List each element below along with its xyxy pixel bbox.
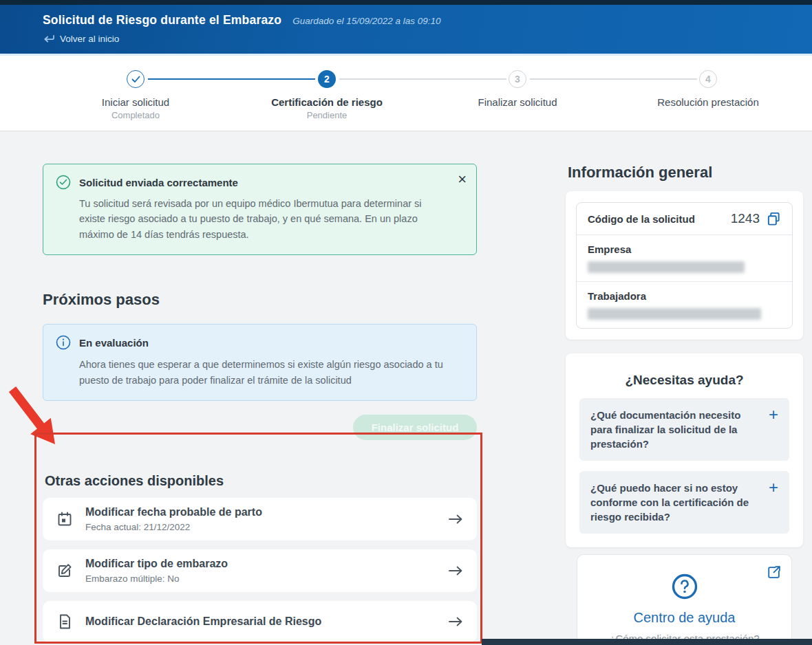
need-help-card: ¿Necesitas ayuda? ¿Qué documentación nec… <box>566 353 803 547</box>
step-resolucion-prestacion: 4 Resolución prestación <box>626 70 791 108</box>
action-subtitle: Fecha actual: 21/12/2022 <box>85 522 440 532</box>
progress-stepper: Iniciar solicitud Completado 2 Certifica… <box>0 56 812 131</box>
step-circle-completed <box>127 70 145 88</box>
back-link-label: Volver al inicio <box>60 34 119 44</box>
step-circle-active: 2 <box>318 70 336 88</box>
question-mark-icon <box>671 573 698 600</box>
page-title: Solicitud de Riesgo durante el Embarazo <box>43 13 281 28</box>
sidebar: Información general Código de la solicit… <box>566 131 803 645</box>
request-code-label: Código de la solicitud <box>588 213 731 225</box>
back-to-home-link[interactable]: Volver al inicio <box>43 34 119 44</box>
calendar-icon <box>56 511 73 527</box>
action-subtitle: Embarazo múltiple: No <box>85 573 440 584</box>
general-info-card: Código de la solicitud 1243 Empresa <box>566 191 803 340</box>
arrow-right-icon[interactable] <box>448 565 463 576</box>
main-column: Solicitud enviada correctamente × Tu sol… <box>43 131 477 645</box>
step-label: Resolución prestación <box>626 96 791 108</box>
check-icon <box>131 76 140 83</box>
step-label: Certificación de riesgo <box>244 96 409 108</box>
circle-check-icon <box>56 175 71 190</box>
need-help-heading: ¿Necesitas ayuda? <box>579 373 789 388</box>
app-header: Solicitud de Riesgo durante el Embarazo … <box>0 5 812 56</box>
general-info-heading: Información general <box>566 164 803 182</box>
plus-icon[interactable]: + <box>769 481 778 494</box>
document-icon <box>56 613 73 630</box>
action-title: Modificar tipo de embarazo <box>85 558 440 570</box>
return-arrow-icon <box>43 34 55 44</box>
faq-question: ¿Qué puedo hacer si no estoy conforme co… <box>590 481 762 524</box>
application-page: Solicitud de Riesgo durante el Embarazo … <box>0 0 812 645</box>
step-status: Pendiente <box>244 110 409 120</box>
external-link-icon[interactable] <box>767 565 782 582</box>
company-value-redacted <box>588 261 745 273</box>
step-iniciar-solicitud: Iniciar solicitud Completado <box>53 70 218 120</box>
action-title: Modificar fecha probable de parto <box>85 506 440 518</box>
arrow-right-icon[interactable] <box>448 616 463 627</box>
faq-question: ¿Qué documentación necesito para finaliz… <box>590 408 762 451</box>
step-certificacion-riesgo: 2 Certificación de riesgo Pendiente <box>244 70 409 120</box>
plus-icon[interactable]: + <box>769 408 778 422</box>
alert-title: Solicitud enviada correctamente <box>79 177 238 188</box>
worker-label: Trabajadora <box>588 290 781 302</box>
next-steps-heading: Próximos pasos <box>43 291 477 309</box>
arrow-right-icon[interactable] <box>448 514 463 525</box>
info-box-body: Ahora tienes que esperar a que determine… <box>79 357 462 388</box>
evaluation-info-box: En evaluación Ahora tienes que esperar a… <box>43 324 477 401</box>
action-title: Modificar Declaración Empresarial de Rie… <box>85 615 440 628</box>
info-box-title: En evaluación <box>79 337 149 349</box>
worker-value-redacted <box>588 308 761 320</box>
faq-item-disagree-certification[interactable]: ¿Qué puedo hacer si no estoy conforme co… <box>579 471 789 534</box>
step-finalizar-solicitud: 3 Finalizar solicitud <box>435 70 600 108</box>
step-circle-upcoming: 3 <box>509 70 526 88</box>
action-modify-company-declaration[interactable]: Modificar Declaración Empresarial de Rie… <box>43 601 477 642</box>
alert-body: Tu solicitud será revisada por un equipo… <box>79 196 445 242</box>
window-top-strip <box>0 0 812 5</box>
footer-bar-edge <box>482 639 812 645</box>
copy-icon[interactable] <box>767 212 781 226</box>
step-label: Iniciar solicitud <box>53 96 218 108</box>
edit-icon <box>56 562 73 579</box>
company-label: Empresa <box>588 243 781 255</box>
faq-item-documentation[interactable]: ¿Qué documentación necesito para finaliz… <box>579 398 789 461</box>
help-center-title[interactable]: Centro de ayuda <box>587 610 782 626</box>
info-icon <box>56 335 71 350</box>
step-status: Completado <box>53 110 218 120</box>
saved-timestamp: Guardado el 15/09/2022 a las 09:10 <box>292 16 440 26</box>
action-modify-due-date[interactable]: Modificar fecha probable de parto Fecha … <box>43 498 477 540</box>
close-icon[interactable]: × <box>458 172 467 187</box>
success-alert: Solicitud enviada correctamente × Tu sol… <box>43 164 477 255</box>
step-circle-upcoming: 4 <box>699 70 717 88</box>
other-actions-heading: Otras acciones disponibles <box>45 473 477 489</box>
help-center-card[interactable]: Centro de ayuda ¿Cómo solicitar esta pre… <box>577 554 792 645</box>
action-modify-pregnancy-type[interactable]: Modificar tipo de embarazo Embarazo múlt… <box>43 549 477 592</box>
step-label: Finalizar solicitud <box>435 96 600 108</box>
request-code-value: 1243 <box>731 211 760 226</box>
finish-request-button[interactable]: Finalizar solicitud <box>353 415 477 440</box>
